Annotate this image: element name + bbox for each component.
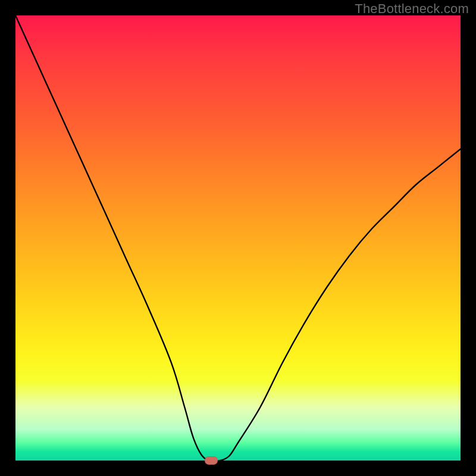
bottleneck-curve [15,15,461,461]
optimal-marker [205,456,218,465]
watermark-text: TheBottleneck.com [355,1,469,17]
chart-frame: TheBottleneck.com [0,0,476,476]
plot-area [15,15,461,461]
curve-path [15,15,461,461]
